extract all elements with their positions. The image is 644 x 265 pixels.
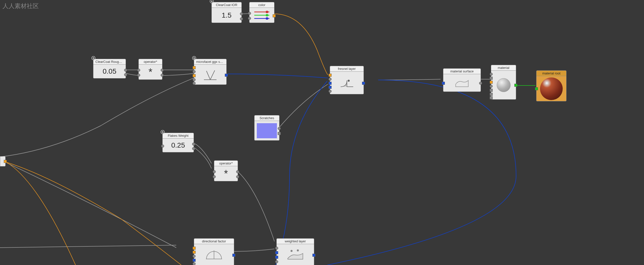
svg-point-9 <box>348 80 350 82</box>
output-port[interactable] <box>161 74 164 77</box>
node-clearcoat-ior[interactable]: ClearCoat IOR 1.5 <box>211 2 242 23</box>
input-port[interactable] <box>193 66 196 69</box>
input-port[interactable] <box>193 251 196 254</box>
output-port[interactable] <box>124 69 127 72</box>
input-port[interactable] <box>490 93 493 96</box>
svg-point-15 <box>297 249 299 251</box>
node-title: material root <box>536 70 566 76</box>
output-port[interactable] <box>124 73 127 76</box>
output-port[interactable] <box>225 74 228 77</box>
node-marker-icon <box>192 56 196 60</box>
input-port[interactable] <box>275 251 278 254</box>
node-weighted-layer[interactable]: weighted layer <box>276 238 314 265</box>
ior-value[interactable]: 1.5 <box>218 9 235 22</box>
node-title: ClearCoat Roughn... <box>93 59 126 65</box>
node-color[interactable]: color <box>249 2 274 23</box>
input-port[interactable] <box>193 78 196 81</box>
input-port[interactable] <box>193 82 196 85</box>
input-port[interactable] <box>490 73 493 76</box>
input-port[interactable] <box>193 70 196 73</box>
node-material-surface[interactable]: material surface <box>443 68 481 92</box>
input-port[interactable] <box>193 255 196 258</box>
node-scratches[interactable]: Scratches <box>254 115 279 141</box>
input-port[interactable] <box>248 12 251 15</box>
node-marker-icon <box>160 130 165 134</box>
node-marker-icon <box>91 56 96 60</box>
node-title: operator* <box>138 59 162 65</box>
input-port[interactable] <box>193 247 196 250</box>
node-flakes-weight[interactable]: Flakes Weight 0.25 <box>162 133 194 152</box>
node-title: material <box>491 65 516 71</box>
svg-point-3 <box>93 57 94 59</box>
scratches-color-swatch[interactable] <box>257 123 277 138</box>
input-port[interactable] <box>442 82 445 85</box>
node-edge-source[interactable] <box>0 156 6 166</box>
input-port[interactable] <box>490 77 493 80</box>
input-port[interactable] <box>329 82 332 85</box>
multiply-icon: * <box>224 168 228 179</box>
output-port[interactable] <box>514 84 517 87</box>
surface-icon <box>453 77 471 89</box>
multiply-icon: * <box>149 66 153 78</box>
input-port[interactable] <box>193 74 196 77</box>
input-port[interactable] <box>193 262 196 265</box>
input-port[interactable] <box>490 89 493 92</box>
input-port[interactable] <box>248 17 251 20</box>
output-port[interactable] <box>240 12 243 15</box>
material-preview-sphere <box>540 77 563 100</box>
svg-line-7 <box>206 71 210 80</box>
input-port[interactable] <box>275 256 278 259</box>
node-operator-multiply-2[interactable]: operator* * <box>214 160 238 181</box>
node-fresnel-layer[interactable]: fresnel layer <box>330 66 364 94</box>
input-port[interactable] <box>213 175 216 178</box>
connection-lines <box>0 0 644 265</box>
output-port[interactable] <box>192 143 195 146</box>
weighted-layer-icon <box>285 248 305 262</box>
input-port[interactable] <box>193 259 196 262</box>
input-port[interactable] <box>490 81 493 84</box>
flakes-weight-value[interactable]: 0.25 <box>167 139 189 152</box>
input-port[interactable] <box>490 85 493 88</box>
input-port[interactable] <box>161 145 164 148</box>
input-port[interactable] <box>329 78 332 81</box>
input-port[interactable] <box>137 69 140 72</box>
rgb-preview <box>254 9 269 21</box>
node-marker-icon <box>209 0 214 4</box>
input-port[interactable] <box>137 74 140 77</box>
input-port[interactable] <box>275 260 278 263</box>
output-port[interactable] <box>479 82 482 85</box>
node-material[interactable]: material <box>491 65 516 100</box>
output-port[interactable] <box>273 14 276 17</box>
input-port[interactable] <box>329 90 332 93</box>
output-port[interactable] <box>278 127 281 130</box>
output-port[interactable] <box>236 175 239 178</box>
input-port[interactable] <box>213 170 216 173</box>
output-port[interactable] <box>362 82 365 85</box>
node-material-root[interactable]: material root <box>536 70 566 101</box>
node-title: Flakes Weight <box>162 133 194 139</box>
svg-line-8 <box>210 70 215 80</box>
node-clearcoat-roughness[interactable]: ClearCoat Roughn... 0.05 <box>93 59 126 78</box>
output-port[interactable] <box>161 69 164 72</box>
input-port[interactable] <box>329 74 332 77</box>
input-port[interactable] <box>535 87 538 90</box>
output-port[interactable] <box>232 254 235 257</box>
input-port[interactable] <box>329 86 332 89</box>
node-directional-factor[interactable]: directional factor <box>194 238 234 265</box>
node-operator-multiply-1[interactable]: operator* * <box>138 59 162 80</box>
svg-point-5 <box>193 57 195 59</box>
output-port[interactable] <box>236 170 239 173</box>
input-port[interactable] <box>275 247 278 250</box>
node-title: operator* <box>214 160 238 166</box>
output-port[interactable] <box>240 17 243 20</box>
output-port[interactable] <box>192 147 195 150</box>
input-port[interactable] <box>490 96 493 99</box>
node-title: Scratches <box>254 115 279 121</box>
node-title: material surface <box>443 68 481 74</box>
node-title: directional factor <box>194 238 234 244</box>
node-microfacet-ggx[interactable]: microfacet ggx sm... <box>194 59 227 85</box>
output-port[interactable] <box>278 132 281 135</box>
roughness-value[interactable]: 0.05 <box>99 65 120 78</box>
output-port[interactable] <box>4 160 7 163</box>
output-port[interactable] <box>312 254 315 257</box>
